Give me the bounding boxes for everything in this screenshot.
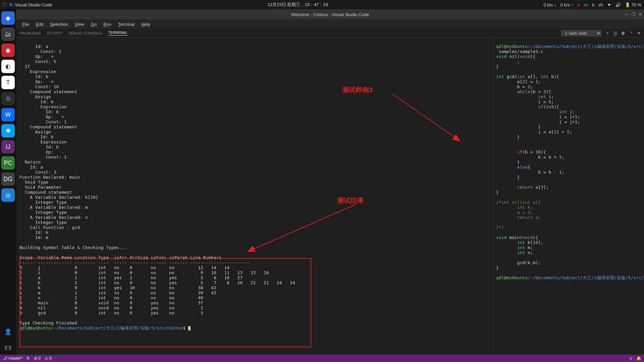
dock-datagrip-icon[interactable]: DG (1, 172, 15, 186)
dock-apps-grid-icon[interactable]: ⠿⠿ (1, 341, 15, 355)
terminal-right[interactable]: qdl@myUbuntu:~/Documents/Subject/大三/1编译原… (493, 38, 644, 355)
menu-selection[interactable]: Selection (47, 21, 70, 27)
tab-terminal[interactable]: TERMINAL (108, 31, 127, 36)
menu-go[interactable]: Go (88, 21, 99, 27)
symbol-table-row: 1 b 2 int no 0 no yes 5 7 8 20 21 21 24 … (19, 280, 295, 285)
symbol-table-row: 1 k 0 int yes 10 no no 38 42 (19, 285, 216, 290)
terminal-left[interactable]: Id: a Const: 2 Op: + Const: 5 If Express… (16, 38, 493, 355)
panel-tabs: PROBLEMS OUTPUT DEBUG CONSOLE TERMINAL 1… (16, 29, 644, 38)
terminal-picker[interactable]: 1: bash, bash (561, 30, 601, 36)
status-bar: ⎇ master* ↻ ⊘ 0 ⚠ 0 ☺ 🔔 (0, 355, 644, 362)
dock-tim-icon[interactable]: ✱ (1, 124, 15, 137)
symbol-table-rule: ------ ------------- -------- ---- -----… (19, 260, 251, 265)
dock-wps-icon[interactable]: W (1, 108, 15, 121)
errors-count[interactable]: ⊘ 0 (34, 356, 41, 361)
symbol-table-row: 1 a 1 int yes 1 no yes 5 6 16 27 (19, 275, 243, 280)
symbol-table-header: Scope Variable Name Location Type isArr … (19, 255, 222, 260)
vscode-window: Welcome - Cminus - Visual Studio Code — … (16, 9, 644, 355)
dock-intellij-icon[interactable]: IJ (1, 140, 15, 154)
symbol-table-row: 1 m 1 int no 0 no no 39 42 (19, 290, 216, 295)
net-down: 0 b/s ↓ (543, 2, 556, 7)
tab-debug-console[interactable]: DEBUG CONSOLE (69, 31, 102, 35)
app-title: Visual Studio Code (15, 2, 52, 7)
menubar: File Edit Selection View Go Run Terminal… (16, 19, 644, 29)
menu-edit[interactable]: Edit (33, 21, 46, 27)
dock-safari-icon[interactable]: ◎ (1, 188, 15, 202)
os-topbar: ⧉ Visual Studio Code 12月23日 星期三，10：47：19… (0, 0, 644, 9)
dock-netease-icon[interactable]: ◉ (1, 44, 15, 57)
vscode-logo-icon: ⧉ (9, 2, 12, 7)
battery-icon[interactable]: 🔋 70 % (625, 2, 641, 7)
tab-problems[interactable]: PROBLEMS (19, 31, 41, 35)
menu-terminal[interactable]: Terminal (115, 21, 137, 27)
source-code-output: void nil(void){ ; } int gcd(int a[], int… (496, 54, 641, 270)
input-method[interactable]: zh (598, 2, 603, 7)
window-close-button[interactable]: ✕ (639, 12, 642, 17)
parse-tree-output: Id: a Const: 2 Op: + Const: 5 If Express… (19, 44, 98, 240)
new-terminal-icon[interactable]: ＋ (605, 30, 609, 36)
cursor-icon (188, 326, 191, 330)
dock-pycharm-icon[interactable]: PC (1, 156, 15, 170)
window-title: Welcome - Cminus - Visual Studio Code (291, 12, 369, 17)
symbol-table-row: 1 n 2 int no 0 no no 40 (19, 295, 203, 300)
prompt-right-2: qdl@myUbuntu:~/Documents/Subject/大三/1编译原… (496, 275, 644, 280)
dock-files-icon[interactable]: ◆ (1, 11, 15, 25)
dock-user-icon[interactable]: 👤 (1, 325, 15, 339)
prompt-right: qdl@myUbuntu:~/Documents/Subject/大三/1编译原… (496, 44, 644, 49)
bing-icon[interactable]: b (592, 2, 594, 7)
git-branch[interactable]: ⎇ master* (3, 356, 22, 361)
dock-text-icon[interactable]: T (1, 76, 15, 89)
dock: ◆ 🗂 ◉ ◐ T ⧉ W ✱ IJ PC DG ◎ 👤 ⠿⠿ (0, 9, 16, 355)
menu-run[interactable]: Run (101, 21, 114, 27)
kill-terminal-icon[interactable]: 🗑 (621, 31, 625, 36)
clock[interactable]: 12月23日 星期三，10：47：19 (52, 2, 543, 8)
dock-nautilus-icon[interactable]: 🗂 (1, 27, 15, 41)
warnings-count[interactable]: ⚠ 0 (45, 356, 52, 361)
symbol-table-row: 0 main 0 void no 0 yes no 37 (19, 300, 203, 305)
symbol-table-row: 2 i 0 int no 0 no no 9 10 11 13 13 16 (19, 270, 269, 275)
tab-output[interactable]: OUTPUT (47, 31, 63, 35)
network-icon[interactable]: ▼ (607, 2, 611, 7)
sync-icon[interactable]: ↻ (26, 356, 30, 361)
notification-icon[interactable]: ▭ (584, 2, 588, 7)
window-minimize-button[interactable]: — (624, 12, 628, 17)
maximize-panel-icon[interactable]: ＾ (629, 30, 633, 36)
menu-view[interactable]: View (72, 21, 87, 27)
cmd-arg: samples/sample3.c (496, 49, 543, 54)
prompt-left: qdl@myUbuntu:~/Documents/Subject/大三/1编译原… (19, 325, 191, 330)
symbol-table-row: 0 nil 0 void no 0 yes no 1 (19, 305, 203, 310)
type-checking-finished: Type Checking Finished (19, 320, 77, 325)
menu-file[interactable]: File (19, 21, 32, 27)
annotation-test-result: 测试结果 (337, 196, 364, 205)
window-titlebar: Welcome - Cminus - Visual Studio Code — … (16, 9, 644, 19)
window-maximize-button[interactable]: ❐ (632, 12, 635, 17)
symbol-table-row: 3 j 0 int no 0 no no 12 14 14 (19, 265, 229, 270)
split-terminal-icon[interactable]: ◫ (613, 31, 617, 36)
indicator-dot-icon[interactable]: ● (577, 2, 580, 7)
bell-icon[interactable]: 🔔 (636, 356, 641, 361)
volume-icon[interactable]: 🔊 (615, 2, 621, 7)
activities-icon[interactable] (3, 3, 7, 7)
annotation-test-sample: 测试样例3 (342, 85, 373, 95)
symbol-table-building: Building Symbol Table & Checking Types..… (19, 245, 127, 250)
symbol-table-row: 0 gcd 0 int no 0 yes no 5 (19, 310, 203, 315)
net-up: 0 b/s ↑ (560, 2, 573, 7)
close-panel-icon[interactable]: ✕ (637, 31, 641, 36)
dock-vscode-icon[interactable]: ⧉ (1, 92, 15, 105)
feedback-icon[interactable]: ☺ (629, 356, 633, 361)
menu-help[interactable]: Help (139, 21, 153, 27)
dock-chrome-icon[interactable]: ◐ (1, 60, 15, 73)
